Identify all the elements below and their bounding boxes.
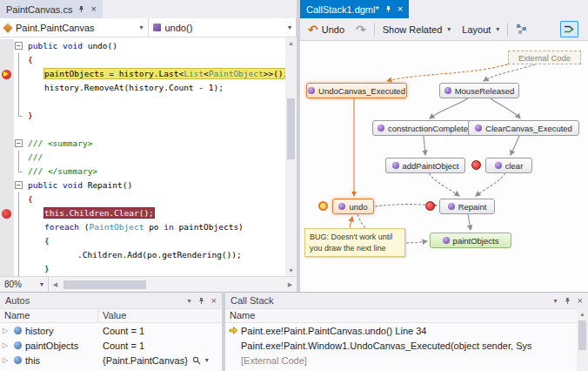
visualizer-dropdown-icon[interactable]: ▾: [205, 356, 209, 364]
code-line[interactable]: }: [0, 262, 285, 276]
code-line[interactable]: history.RemoveAt(history.Count - 1);: [0, 81, 285, 95]
graph-node-undocanvas-executed[interactable]: UndoCanvas_Executed: [306, 83, 407, 98]
scroll-down-icon[interactable]: ▼: [285, 265, 297, 276]
code-line[interactable]: ///: [0, 151, 285, 165]
code-editor[interactable]: −public void undo(){paintObjects = histo…: [0, 37, 285, 276]
graph-node-clear[interactable]: clear: [485, 158, 532, 173]
code-line[interactable]: [0, 95, 285, 109]
show-related-dropdown[interactable]: Show Related ▾: [379, 23, 455, 37]
graph-node-undo[interactable]: undo: [332, 199, 374, 214]
legend-button[interactable]: [512, 22, 531, 37]
breakpoint-margin[interactable]: [0, 262, 14, 276]
callstack-frame[interactable]: Paint.exe!Paint.Window1.UndoCanvas_Execu…: [225, 338, 577, 353]
callstack-titlebar[interactable]: Call Stack ▾ ×: [225, 293, 588, 308]
editor-horizontal-scrollbar[interactable]: [62, 277, 284, 292]
close-icon[interactable]: ×: [211, 295, 217, 306]
breakpoint-indicator[interactable]: [0, 206, 14, 220]
collapse-toggle[interactable]: −: [14, 137, 24, 151]
code-line[interactable]: [0, 123, 285, 137]
autos-row-history[interactable]: ▷historyCount = 1: [0, 323, 222, 338]
collapse-toggle[interactable]: −: [14, 39, 24, 53]
scroll-right-icon[interactable]: ▶: [284, 281, 297, 288]
pin-icon[interactable]: [197, 297, 205, 305]
close-icon[interactable]: ×: [398, 4, 403, 14]
code-line[interactable]: {: [0, 53, 285, 67]
member-dropdown[interactable]: undo() ▾: [149, 18, 297, 37]
autos-row-this[interactable]: ▷this{Paint.PaintCanvas}▾: [0, 353, 222, 368]
collapse-minus-icon[interactable]: −: [15, 181, 23, 189]
undo-button[interactable]: ↶ Undo: [304, 23, 348, 37]
code-line[interactable]: −public void undo(): [0, 39, 285, 53]
window-position-icon[interactable]: ▾: [554, 297, 558, 305]
callstack-vertical-scrollbar[interactable]: ▲: [577, 308, 588, 371]
pin-icon[interactable]: [564, 297, 571, 305]
expander-icon[interactable]: ▷: [3, 341, 10, 349]
close-icon[interactable]: ×: [578, 295, 583, 306]
pin-icon[interactable]: [384, 5, 392, 13]
collapse-minus-icon[interactable]: −: [15, 139, 23, 147]
scrollbar-thumb[interactable]: [578, 320, 586, 350]
breakpoint-margin[interactable]: [0, 165, 14, 179]
breakpoint-margin[interactable]: [0, 179, 14, 192]
breakpoint-margin[interactable]: [0, 151, 14, 165]
graph-node-mousereleased[interactable]: MouseReleased: [439, 83, 519, 98]
type-dropdown[interactable]: Paint.PaintCanvas ▾: [0, 18, 149, 37]
callstack-frame[interactable]: [External Code]: [225, 353, 577, 368]
redo-button[interactable]: ↷: [352, 23, 370, 37]
code-line[interactable]: −public void Repaint(): [0, 179, 285, 192]
external-code-group-label[interactable]: External Code: [508, 51, 581, 64]
code-line[interactable]: /// </summary>: [0, 165, 285, 179]
editor-vertical-scrollbar[interactable]: ▲ ▼: [285, 37, 297, 276]
scroll-up-icon[interactable]: ▲: [285, 37, 297, 49]
column-header-name[interactable]: Name: [225, 309, 259, 322]
pin-icon[interactable]: [77, 5, 85, 13]
graph-node-repaint[interactable]: Repaint: [439, 199, 495, 214]
window-position-icon[interactable]: ▾: [188, 297, 191, 305]
collapse-toggle[interactable]: −: [14, 179, 24, 192]
scroll-up-icon[interactable]: ▲: [577, 308, 588, 320]
breakpoint-margin[interactable]: [0, 39, 14, 53]
breakpoint-margin[interactable]: [0, 220, 14, 234]
bug-annotation-note[interactable]: BUG: Doesn't work until you draw the nex…: [304, 228, 405, 257]
graph-node-paintobjects[interactable]: paintObjects: [430, 233, 511, 248]
expander-icon[interactable]: ▷: [3, 327, 10, 334]
code-line[interactable]: foreach (PaintObject po in paintObjects): [0, 220, 285, 234]
scrollbar-thumb[interactable]: [287, 98, 295, 159]
breakpoint-margin[interactable]: [0, 109, 14, 123]
graph-node-clearcanvas-executed[interactable]: ClearCanvas_Executed: [468, 120, 579, 136]
breakpoint-margin[interactable]: [0, 137, 14, 151]
tab-callstack-dgml[interactable]: CallStack1.dgml* ×: [300, 0, 409, 18]
callstack-frame[interactable]: Paint.exe!Paint.PaintCanvas.undo() Line …: [225, 323, 577, 338]
collapse-minus-icon[interactable]: −: [15, 42, 23, 50]
scrollbar-thumb[interactable]: [63, 280, 146, 289]
tab-paintcanvas-cs[interactable]: PaintCanvas.cs ×: [0, 0, 103, 18]
scroll-left-icon[interactable]: ◀: [49, 281, 62, 288]
dgml-graph-canvas[interactable]: UndoCanvas_ExecutedMouseReleasedconstruc…: [300, 41, 588, 292]
breakpoint-margin[interactable]: [0, 248, 14, 262]
code-line[interactable]: .Children.Add(po.getRendering());: [0, 248, 285, 262]
code-line[interactable]: }: [0, 109, 285, 123]
zoom-dropdown[interactable]: 80% ▾: [0, 277, 49, 292]
layout-dropdown[interactable]: Layout ▾: [458, 23, 503, 37]
auto-layout-toggle[interactable]: [560, 21, 578, 37]
breakpoint-margin[interactable]: [0, 53, 14, 67]
code-line[interactable]: −/// <summary>: [0, 137, 285, 151]
autos-row-paintObjects[interactable]: ▷paintObjectsCount = 1: [0, 338, 222, 353]
column-header-name[interactable]: Name: [0, 309, 98, 322]
breakpoint-margin[interactable]: [0, 95, 14, 109]
breakpoint-margin[interactable]: [0, 234, 14, 248]
autos-titlebar[interactable]: Autos ▾ ×: [0, 293, 222, 308]
graph-node-constructioncomplete[interactable]: constructionComplete: [372, 120, 473, 136]
breakpoint-margin[interactable]: [0, 192, 14, 206]
current-statement-indicator[interactable]: [0, 67, 14, 81]
code-line[interactable]: this.Children.Clear();: [0, 206, 285, 220]
expander-icon[interactable]: ▷: [3, 356, 10, 364]
code-line[interactable]: paintObjects = history.Last<List<PaintOb…: [0, 67, 285, 81]
graph-node-addpaintobject[interactable]: addPaintObject: [385, 158, 465, 173]
column-header-value[interactable]: Value: [98, 309, 130, 322]
code-line[interactable]: {: [0, 234, 285, 248]
magnifier-icon[interactable]: [192, 356, 201, 365]
breakpoint-margin[interactable]: [0, 123, 14, 137]
code-line[interactable]: {: [0, 192, 285, 206]
breakpoint-margin[interactable]: [0, 81, 14, 95]
